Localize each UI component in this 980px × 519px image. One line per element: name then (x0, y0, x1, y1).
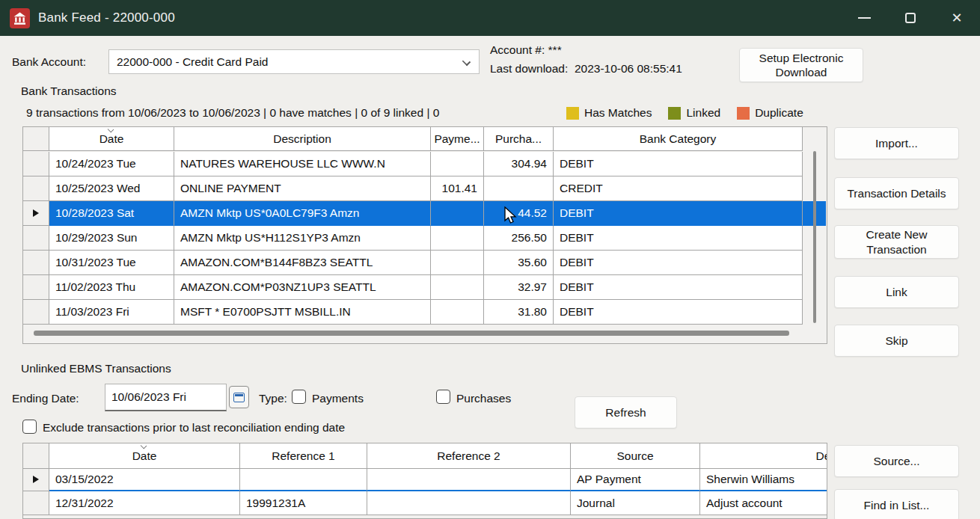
legend-duplicate: Duplicate (737, 106, 803, 120)
legend-label: Linked (686, 106, 720, 120)
transaction-details-button[interactable]: Transaction Details (834, 177, 959, 209)
column-header-source[interactable]: Source (571, 443, 700, 469)
table-cell[interactable]: 31.80 (484, 300, 554, 325)
column-header-purchase[interactable]: Purcha... (484, 127, 554, 151)
table-cell[interactable]: 03/15/2022 (49, 467, 240, 491)
table-cell[interactable]: AMZN Mktp US*0A0LC79F3 Amzn (174, 201, 431, 226)
maximize-button[interactable] (887, 0, 934, 36)
column-header-reference1[interactable]: Reference 1 (240, 443, 367, 469)
import-button[interactable]: Import... (834, 127, 959, 159)
table-cell[interactable]: 12/31/2022 (49, 491, 240, 515)
table-cell[interactable]: 10/28/2023 Sat (49, 201, 174, 226)
column-header-date[interactable]: Date (49, 127, 174, 151)
table-cell[interactable]: 10/31/2023 Tue (49, 251, 174, 275)
status-legend: Has Matches Linked Duplicate (566, 106, 803, 120)
create-new-transaction-button[interactable]: Create New Transaction (834, 225, 959, 259)
table-cell[interactable]: DEBIT (554, 226, 803, 251)
column-header-reference2[interactable]: Reference 2 (367, 443, 571, 469)
vertical-scrollbar[interactable] (813, 151, 816, 323)
legend-linked: Linked (668, 106, 720, 120)
table-cell[interactable]: 101.41 (431, 176, 484, 201)
payments-checkbox-label: Payments (312, 392, 364, 405)
table-cell[interactable] (23, 491, 49, 515)
table-cell[interactable] (23, 251, 49, 275)
table-cell[interactable]: AMZN Mktp US*H112S1YP3 Amzn (174, 226, 431, 251)
purchases-checkbox-label: Purchases (456, 392, 511, 405)
table-cell[interactable] (23, 226, 49, 251)
table-cell[interactable] (484, 176, 554, 201)
table-cell[interactable]: 304.94 (484, 152, 554, 176)
table-cell[interactable]: 10/24/2023 Tue (49, 152, 174, 176)
table-cell[interactable] (367, 491, 571, 515)
table-cell[interactable]: Sherwin Williams (700, 467, 827, 491)
table-cell[interactable]: DEBIT (554, 275, 803, 300)
legend-label: Has Matches (584, 106, 652, 120)
table-cell[interactable] (23, 176, 49, 201)
exclude-checkbox[interactable] (22, 420, 37, 434)
table-cell[interactable] (431, 300, 484, 325)
titlebar: Bank Feed - 22000-000 ✕ (0, 0, 980, 36)
table-cell[interactable]: 10/29/2023 Sun (49, 226, 174, 251)
close-button[interactable]: ✕ (934, 0, 980, 36)
table-cell[interactable] (367, 467, 571, 491)
column-header-date[interactable]: Date (49, 443, 240, 469)
type-label: Type: (259, 392, 287, 405)
bank-account-value: 22000-000 - Credit Card Paid (117, 55, 268, 69)
table-cell[interactable]: AMAZON.COM*P03NZ1UP3 SEATTL (174, 275, 431, 300)
table-cell[interactable] (240, 467, 367, 491)
table-cell[interactable] (23, 152, 49, 176)
bank-account-dropdown[interactable]: 22000-000 - Credit Card Paid (108, 49, 480, 74)
column-header-description[interactable]: Description (174, 127, 431, 151)
table-cell[interactable]: DEBIT (554, 152, 803, 176)
minimize-button[interactable] (841, 0, 887, 36)
calendar-icon (233, 393, 245, 402)
column-header-bank-category[interactable]: Bank Category (554, 127, 803, 151)
find-in-list-button[interactable]: Find in List... (834, 489, 959, 519)
ending-date-input[interactable] (105, 384, 227, 411)
table-cell[interactable]: 32.97 (484, 275, 554, 300)
table-cell[interactable]: DEBIT (554, 201, 803, 226)
table-cell[interactable]: 35.60 (484, 251, 554, 275)
table-cell[interactable] (431, 152, 484, 176)
table-cell[interactable]: DEBIT (554, 300, 803, 325)
skip-button[interactable]: Skip (834, 325, 959, 357)
payments-checkbox[interactable] (292, 390, 306, 404)
table-cell[interactable]: NATURES WAREHOUSE LLC WWW.N (174, 152, 431, 176)
table-cell[interactable]: DEBIT (554, 251, 803, 275)
table-cell[interactable] (431, 275, 484, 300)
table-cell[interactable]: 11/02/2023 Thu (49, 275, 174, 300)
purchases-checkbox[interactable] (436, 390, 450, 404)
column-header-payment[interactable]: Payme... (431, 127, 484, 151)
table-cell[interactable] (23, 201, 49, 226)
table-cell[interactable] (23, 275, 49, 300)
table-cell[interactable]: 256.50 (484, 226, 554, 251)
column-header-description[interactable]: Descr (700, 443, 827, 469)
setup-electronic-download-button[interactable]: Setup Electronic Download (739, 48, 863, 82)
calendar-button[interactable] (229, 386, 249, 408)
table-cell[interactable]: 11/03/2023 Fri (49, 300, 174, 325)
table-cell[interactable]: 10/25/2023 Wed (49, 176, 174, 201)
table-cell[interactable] (431, 201, 484, 226)
table-cell[interactable] (431, 251, 484, 275)
table-cell[interactable]: CREDIT (554, 176, 803, 201)
refresh-button[interactable]: Refresh (575, 396, 677, 429)
current-row-arrow (33, 476, 39, 483)
table-cell[interactable]: MSFT * E0700PSJTT MSBILL.IN (174, 300, 431, 325)
linked-swatch (668, 107, 681, 120)
account-number-value: *** (548, 43, 562, 56)
table-cell[interactable]: AP Payment (571, 467, 700, 491)
table-cell[interactable]: 19991231A (240, 491, 367, 515)
table-cell[interactable]: Adjust account (700, 491, 827, 515)
table-cell[interactable]: ONLINE PAYMENT (174, 176, 431, 201)
table-cell[interactable] (23, 467, 49, 491)
table-cell[interactable] (23, 300, 49, 325)
row-selector-header (23, 127, 49, 151)
horizontal-scrollbar[interactable] (34, 331, 789, 336)
table-cell[interactable]: 44.52 (484, 201, 554, 226)
last-download-label: Last download: (490, 62, 568, 75)
link-button[interactable]: Link (834, 276, 959, 308)
source-button[interactable]: Source... (834, 445, 959, 477)
table-cell[interactable]: AMAZON.COM*B144F8BZ3 SEATTL (174, 251, 431, 275)
table-cell[interactable] (431, 226, 484, 251)
table-cell[interactable]: Journal (571, 491, 700, 515)
